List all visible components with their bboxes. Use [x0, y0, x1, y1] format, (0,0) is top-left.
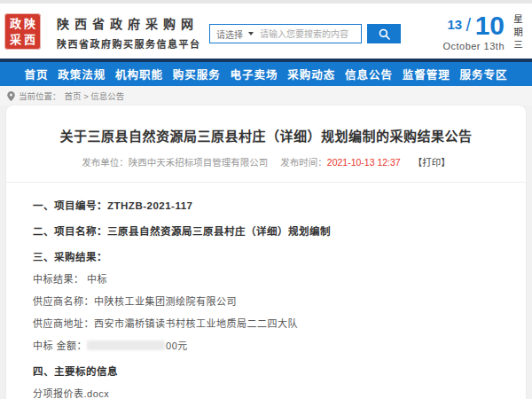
nav-item-procurement-news[interactable]: 采购动态 — [287, 66, 335, 82]
date-slash: / — [466, 15, 472, 35]
bid-result-line: 中标结果： 中标 — [33, 271, 499, 286]
location-pin-icon — [7, 91, 15, 101]
attachment-link[interactable]: 分项报价表.docx — [33, 386, 499, 399]
section-main-subject-info: 四、主要标的信息 — [33, 364, 499, 378]
article-body: 一、项目编号：ZTHZB-2021-117 二、项目名称：三原县自然资源局三原县… — [6, 183, 526, 399]
logo-line-1: 政陕 — [4, 16, 41, 32]
date-month: 10 — [475, 11, 505, 40]
date-widget: 13 / 10 October 13th 星期三 — [442, 11, 525, 53]
date-day: 13 — [447, 17, 462, 32]
nav-item-announcements[interactable]: 信息公告 — [345, 66, 393, 82]
page-title: 关于三原县自然资源局三原县村庄（详细）规划编制的采购结果公告 — [6, 106, 526, 145]
publish-time: 2021-10-13 12:37 — [327, 157, 401, 168]
search-select-label: 请选择 — [216, 27, 243, 41]
date-english: October 13th — [442, 41, 505, 51]
supplier-name-line: 供应商名称：中陕核工业集团测绘院有限公司 — [33, 293, 499, 308]
logo-line-2: 采西 — [4, 32, 41, 48]
chevron-down-icon — [248, 32, 254, 35]
search-category-select[interactable]: 请选择 — [210, 27, 260, 41]
bid-amount-suffix: 00元 — [166, 340, 188, 351]
search-icon — [379, 28, 390, 40]
main-nav: 首页 政策法规 机构职能 购买服务 电子卖场 采购动态 信息公告 监督管理 服务… — [0, 62, 532, 86]
search-bar: 请选择 — [209, 24, 401, 43]
site-logo[interactable]: 政陕 采西 — [4, 13, 41, 50]
search-button[interactable] — [367, 24, 401, 43]
breadcrumb: 当前位置： 首页 > 信息公告 — [0, 86, 532, 106]
nav-item-service-zone[interactable]: 服务专区 — [460, 66, 508, 82]
bid-amount-line: 中标 金额：00元 — [33, 338, 499, 352]
section-procurement-result: 三、采购结果： — [33, 249, 499, 263]
nav-item-e-marketplace[interactable]: 电子卖场 — [230, 66, 278, 82]
nav-item-purchase-services[interactable]: 购买服务 — [173, 66, 221, 82]
site-name: 陕西省政府采购网 — [57, 14, 201, 32]
breadcrumb-prefix: 当前位置： — [19, 90, 61, 102]
article-card: 关于三原县自然资源局三原县村庄（详细）规划编制的采购结果公告 发布单位：陕西中天… — [6, 106, 526, 399]
nav-item-supervision[interactable]: 监督管理 — [403, 66, 450, 82]
nav-item-policies[interactable]: 政策法规 — [58, 66, 106, 82]
section-project-name: 二、项目名称：三原县自然资源局三原县村庄（详细）规划编制 — [33, 223, 499, 238]
date-numbers: 13 / 10 — [442, 11, 505, 41]
breadcrumb-path[interactable]: 首页 > 信息公告 — [65, 90, 125, 102]
site-subtitle: 陕西省政府购买服务信息平台 — [57, 36, 201, 51]
site-titles: 陕西省政府采购网 陕西省政府购买服务信息平台 — [57, 14, 201, 51]
publish-time-label: 发布时间： — [280, 157, 327, 168]
search-box: 请选择 — [209, 24, 362, 43]
nav-item-functions[interactable]: 机构职能 — [115, 66, 163, 82]
search-input[interactable] — [260, 29, 361, 39]
print-button[interactable]: 【打印】 — [413, 157, 450, 168]
bid-amount-label: 中标 金额： — [33, 340, 87, 351]
section-project-number: 一、项目编号：ZTHZB-2021-117 — [33, 198, 499, 212]
article-meta: 发布单位：陕西中天禾招标项目管理有限公司发布时间：2021-10-13 12:3… — [6, 155, 526, 168]
supplier-address-line: 供应商地址：西安市灞桥镇读书村核工业地质局二二四大队 — [33, 316, 499, 330]
redacted-amount — [87, 340, 165, 350]
nav-item-home[interactable]: 首页 — [24, 66, 48, 82]
publisher: 发布单位：陕西中天禾招标项目管理有限公司 — [82, 157, 268, 168]
date-weekday: 星期三 — [512, 11, 525, 53]
site-header: 政陕 采西 陕西省政府采购网 陕西省政府购买服务信息平台 请选择 13 / 10 — [0, 4, 532, 59]
